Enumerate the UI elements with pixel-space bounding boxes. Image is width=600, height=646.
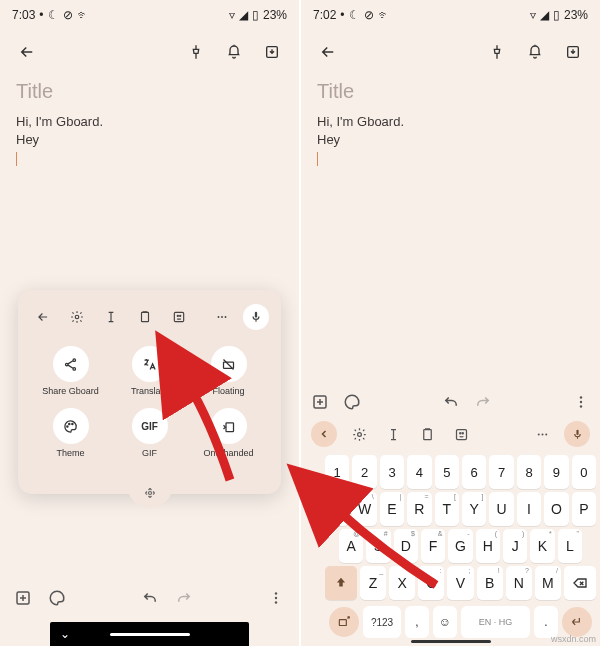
archive-button[interactable]: [257, 37, 287, 67]
key-9[interactable]: 9: [544, 455, 568, 489]
text-select-icon[interactable]: [98, 304, 124, 330]
keyboard: 1234567890 Q%W\E|R=T[Y]UIOP A@S#D$F&G-H(…: [301, 453, 600, 646]
key-u[interactable]: U: [489, 492, 513, 526]
menu-theme[interactable]: Theme: [34, 408, 107, 458]
key-a[interactable]: A@: [339, 529, 363, 563]
settings-icon[interactable]: [347, 422, 371, 446]
undo-button[interactable]: [141, 589, 159, 607]
body-line: Hi, I'm Gboard.: [16, 113, 283, 131]
redo-button[interactable]: [175, 589, 193, 607]
key-t[interactable]: T[: [435, 492, 459, 526]
clipboard-icon[interactable]: [132, 304, 158, 330]
key-h[interactable]: H(: [476, 529, 500, 563]
palette-button[interactable]: [343, 393, 361, 411]
key-v[interactable]: V;: [447, 566, 473, 600]
key-b[interactable]: B!: [477, 566, 503, 600]
svg-point-4: [177, 315, 178, 316]
emoji-key[interactable]: ☺: [433, 606, 457, 638]
mic-button[interactable]: [243, 304, 269, 330]
menu-share-gboard[interactable]: Share Gboard: [34, 346, 107, 396]
key-6[interactable]: 6: [462, 455, 486, 489]
key-f[interactable]: F&: [421, 529, 445, 563]
mic-button[interactable]: [564, 421, 590, 447]
key-n[interactable]: N?: [506, 566, 532, 600]
key-l[interactable]: L": [558, 529, 582, 563]
key-k[interactable]: K*: [530, 529, 554, 563]
key-2[interactable]: 2: [352, 455, 376, 489]
title-field[interactable]: Title: [16, 80, 283, 103]
overflow-button[interactable]: [267, 589, 285, 607]
key-0[interactable]: 0: [572, 455, 596, 489]
more-icon[interactable]: [530, 422, 554, 446]
undo-button[interactable]: [442, 393, 460, 411]
archive-button[interactable]: [558, 37, 588, 67]
key-1[interactable]: 1: [325, 455, 349, 489]
dock-button[interactable]: [329, 607, 359, 637]
key-d[interactable]: D$: [394, 529, 418, 563]
key-r[interactable]: R=: [407, 492, 431, 526]
key-3[interactable]: 3: [380, 455, 404, 489]
comma-key[interactable]: ,: [405, 606, 429, 638]
pin-button[interactable]: [181, 37, 211, 67]
backspace-key[interactable]: [564, 566, 596, 600]
menu-translate[interactable]: Translate: [113, 346, 186, 396]
kb-collapse-button[interactable]: [311, 421, 337, 447]
settings-icon[interactable]: [64, 304, 90, 330]
enter-key[interactable]: [562, 607, 592, 637]
key-j[interactable]: J): [503, 529, 527, 563]
key-s[interactable]: S#: [366, 529, 390, 563]
shift-key[interactable]: [325, 566, 357, 600]
add-button[interactable]: [14, 589, 32, 607]
body-line: Hey: [317, 131, 584, 149]
expand-keyboard-button[interactable]: [303, 505, 323, 525]
space-key[interactable]: EN · HG: [461, 606, 530, 638]
key-5[interactable]: 5: [435, 455, 459, 489]
key-g[interactable]: G-: [448, 529, 472, 563]
reminder-button[interactable]: [219, 37, 249, 67]
add-button[interactable]: [311, 393, 329, 411]
key-m[interactable]: M/: [535, 566, 561, 600]
svg-rect-9: [255, 312, 257, 318]
key-4[interactable]: 4: [407, 455, 431, 489]
clipboard-icon[interactable]: [415, 422, 439, 446]
key-p[interactable]: P: [572, 492, 596, 526]
reminder-button[interactable]: [520, 37, 550, 67]
svg-point-35: [541, 433, 543, 435]
status-bar: 7:03 • ☾ ⊘ ᯤ ▿ ◢ ▯ 23%: [0, 0, 299, 30]
phone-right: 7:02 • ☾ ⊘ ᯤ ▿ ◢ ▯ 23% Title Hi, I'm Gb: [301, 0, 600, 646]
key-y[interactable]: Y]: [462, 492, 486, 526]
key-o[interactable]: O: [544, 492, 568, 526]
panel-back-button[interactable]: [30, 304, 56, 330]
sticker-icon[interactable]: [449, 422, 473, 446]
note-bottom-bar: [0, 576, 299, 620]
key-7[interactable]: 7: [489, 455, 513, 489]
menu-floating[interactable]: Floating: [192, 346, 265, 396]
menu-gif[interactable]: GIF GIF: [113, 408, 186, 458]
symbols-key[interactable]: ?123: [363, 606, 401, 638]
more-icon[interactable]: [209, 304, 235, 330]
keyboard-toolbar: [301, 417, 600, 453]
menu-one-handed[interactable]: One-handed: [192, 408, 265, 458]
key-x[interactable]: X': [389, 566, 415, 600]
pin-button[interactable]: [482, 37, 512, 67]
palette-button[interactable]: [48, 589, 66, 607]
key-q[interactable]: Q%: [325, 492, 349, 526]
back-button[interactable]: [313, 37, 343, 67]
keyboard-hide-icon[interactable]: ⌄: [60, 627, 70, 641]
key-e[interactable]: E|: [380, 492, 404, 526]
svg-point-8: [225, 316, 227, 318]
key-8[interactable]: 8: [517, 455, 541, 489]
back-button[interactable]: [12, 37, 42, 67]
key-z[interactable]: Z_: [360, 566, 386, 600]
sticker-icon[interactable]: [166, 304, 192, 330]
redo-button[interactable]: [474, 393, 492, 411]
title-field[interactable]: Title: [317, 80, 584, 103]
nav-pill[interactable]: [110, 633, 190, 636]
key-w[interactable]: W\: [352, 492, 376, 526]
svg-point-36: [545, 433, 547, 435]
text-select-icon[interactable]: [381, 422, 405, 446]
nav-pill[interactable]: [411, 640, 491, 643]
key-c[interactable]: C:: [418, 566, 444, 600]
key-i[interactable]: I: [517, 492, 541, 526]
overflow-button[interactable]: [572, 393, 590, 411]
